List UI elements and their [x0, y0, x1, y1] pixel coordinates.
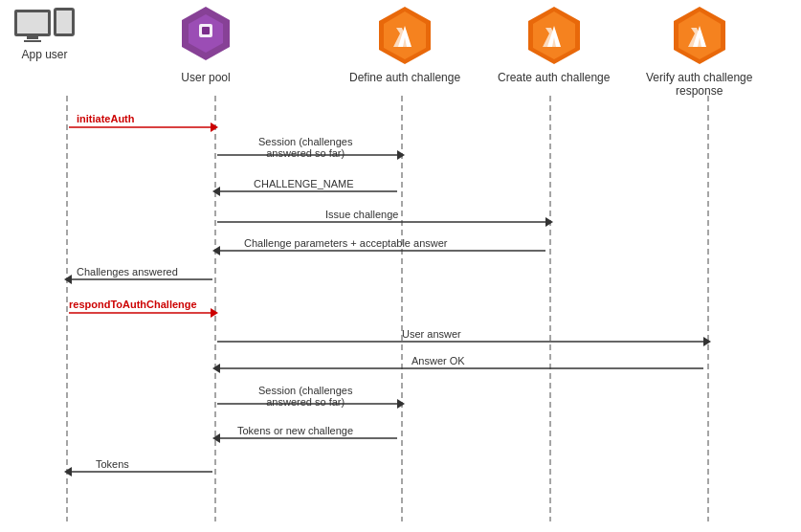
label-respondToAuthChallenge: respondToAuthChallenge: [69, 299, 197, 310]
label-tokens: Tokens: [96, 458, 129, 470]
sequence-diagram: App user User pool Define aut: [0, 0, 801, 532]
label-tokens-or-new: Tokens or new challenge: [237, 425, 353, 436]
svg-marker-26: [212, 364, 220, 373]
label-challenges-answered: Challenges answered: [77, 266, 178, 277]
label-challenge-name: CHALLENGE_NAME: [254, 178, 354, 189]
svg-marker-12: [397, 150, 405, 160]
svg-marker-22: [211, 308, 218, 318]
svg-marker-14: [212, 187, 220, 196]
label-issue-challenge: Issue challenge: [325, 209, 398, 220]
svg-marker-30: [212, 433, 220, 443]
label-session1: Session (challengesanswered so far): [258, 136, 352, 159]
label-challenge-params: Challenge parameters + acceptable answer: [244, 237, 448, 249]
svg-marker-18: [212, 246, 220, 255]
label-answer-ok: Answer OK: [412, 355, 465, 366]
label-session2: Session (challengesanswered so far): [258, 385, 352, 408]
svg-marker-16: [545, 217, 553, 227]
svg-marker-24: [703, 337, 711, 346]
label-user-answer: User answer: [402, 328, 461, 340]
svg-marker-28: [397, 399, 405, 409]
label-initiateAuth: initiateAuth: [77, 113, 135, 124]
svg-marker-10: [211, 122, 218, 132]
svg-marker-20: [64, 275, 72, 284]
svg-marker-32: [64, 467, 72, 477]
